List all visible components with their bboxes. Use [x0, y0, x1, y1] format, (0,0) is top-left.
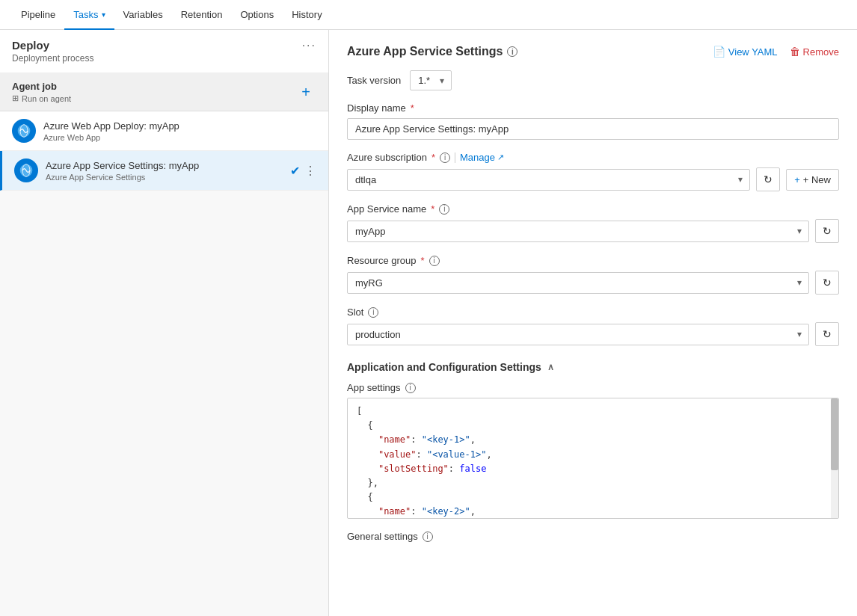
slot-info-icon[interactable]: i — [368, 307, 378, 318]
agent-job-title: Agent job — [12, 81, 71, 92]
resource-group-info-icon[interactable]: i — [429, 256, 440, 266]
resource-group-refresh-button[interactable]: ↻ — [815, 271, 839, 295]
slot-label: Slot i — [347, 307, 839, 318]
resource-group-required: * — [421, 255, 425, 266]
app-service-name-label: App Service name * i — [347, 203, 839, 215]
azure-subscription-group: Azure subscription * i Manage ↗ dtlqa ▾ — [347, 152, 839, 191]
deploy-menu-button[interactable]: ··· — [302, 39, 316, 52]
task1-title: Azure Web App Deploy: myApp — [43, 120, 316, 132]
task1-subtitle: Azure Web App — [43, 133, 316, 142]
slot-group: Slot i production ▾ ↻ — [347, 307, 839, 346]
panel-header: Azure App Service Settings i 📄 View YAML… — [347, 45, 839, 58]
resource-group-select-wrapper: myRG ▾ — [347, 272, 809, 294]
plus-icon: + — [794, 174, 800, 185]
azure-settings-icon-svg — [19, 163, 34, 178]
top-nav: Pipeline Tasks ▾ Variables Retention Opt… — [0, 0, 857, 30]
app-service-select[interactable]: myApp — [347, 221, 809, 242]
app-settings-info-icon[interactable]: i — [405, 383, 416, 393]
subscription-select-wrapper: dtlqa ▾ — [347, 169, 750, 191]
deploy-header: Deploy Deployment process ··· — [0, 30, 328, 73]
subscription-divider — [455, 153, 455, 163]
slot-select[interactable]: production — [347, 324, 809, 345]
general-settings-info-icon[interactable]: i — [423, 532, 433, 542]
resource-group-label: Resource group * i — [347, 255, 839, 266]
code-line-1: { — [357, 419, 829, 433]
subscription-refresh-button[interactable]: ↻ — [756, 167, 780, 191]
trash-icon: 🗑 — [790, 46, 800, 58]
nav-pipeline[interactable]: Pipeline — [12, 0, 64, 30]
panel-title-info-icon[interactable]: i — [507, 46, 517, 57]
app-settings-group: App settings i [ { "name": "<key-1>", "v… — [347, 382, 839, 519]
display-name-group: Display name * — [347, 102, 839, 140]
resource-group-select[interactable]: myRG — [347, 272, 809, 294]
external-link-icon: ↗ — [497, 153, 504, 162]
nav-retention[interactable]: Retention — [172, 0, 232, 30]
subscription-row: dtlqa ▾ ↻ + + New — [347, 167, 839, 191]
right-panel: Azure App Service Settings i 📄 View YAML… — [329, 30, 857, 616]
resource-group-group: Resource group * i myRG ▾ ↻ — [347, 255, 839, 295]
subscription-required: * — [431, 152, 435, 163]
display-name-input[interactable] — [347, 118, 839, 140]
azure-icon-svg — [16, 123, 31, 138]
agent-job-section: Agent job ⊞ Run on agent + — [0, 73, 328, 111]
nav-options[interactable]: Options — [231, 0, 283, 30]
code-line-3: "value": "<value-1>", — [357, 448, 829, 462]
resource-group-row: myRG ▾ ↻ — [347, 271, 839, 295]
slot-select-wrapper: production ▾ — [347, 324, 809, 345]
slot-refresh-button[interactable]: ↻ — [815, 322, 839, 346]
app-service-info-icon[interactable]: i — [439, 204, 449, 215]
display-name-required: * — [411, 102, 414, 114]
grid-icon: ⊞ — [12, 93, 19, 103]
app-config-section-header: Application and Configuration Settings ∧ — [347, 358, 839, 373]
view-yaml-button[interactable]: 📄 View YAML — [713, 46, 778, 58]
code-line-4: "slotSetting": false — [357, 462, 829, 476]
app-service-row: myApp ▾ ↻ — [347, 219, 839, 243]
tasks-dropdown-arrow: ▾ — [102, 0, 105, 30]
add-task-button[interactable]: + — [295, 82, 316, 102]
code-line-7: "name": "<key-2>", — [357, 505, 829, 518]
app-settings-label: App settings i — [347, 382, 839, 393]
panel-title: Azure App Service Settings i — [347, 45, 517, 58]
agent-job-subtitle: Run on agent — [22, 94, 71, 103]
code-editor-thumb[interactable] — [831, 398, 838, 470]
app-service-refresh-button[interactable]: ↻ — [815, 219, 839, 243]
manage-link[interactable]: Manage ↗ — [460, 152, 504, 163]
panel-actions: 📄 View YAML 🗑 Remove — [713, 46, 839, 58]
code-line-6: { — [357, 490, 829, 505]
general-settings-row: General settings i — [347, 531, 839, 542]
azure-web-app-icon — [12, 119, 36, 143]
code-editor-scrollbar[interactable] — [831, 398, 838, 518]
task2-check-icon: ✔ — [290, 164, 300, 178]
app-service-settings-icon — [14, 158, 38, 182]
deploy-title: Deploy — [12, 39, 93, 52]
deploy-subtitle: Deployment process — [12, 53, 93, 64]
collapse-icon[interactable]: ∧ — [547, 362, 554, 372]
app-service-select-wrapper: myApp ▾ — [347, 221, 809, 242]
task-item-app-service-settings[interactable]: Azure App Service Settings: myApp Azure … — [0, 151, 328, 191]
task2-menu-button[interactable]: ⋮ — [304, 164, 316, 178]
task-version-select[interactable]: 1.* — [410, 70, 452, 90]
nav-tasks[interactable]: Tasks ▾ — [64, 0, 114, 30]
subscription-select[interactable]: dtlqa — [347, 169, 750, 191]
app-settings-code-editor[interactable]: [ { "name": "<key-1>", "value": "<value-… — [347, 398, 839, 519]
slot-row: production ▾ ↻ — [347, 322, 839, 346]
task-version-row: Task version 1.* ▾ — [347, 70, 839, 90]
app-service-required: * — [431, 203, 434, 215]
app-service-name-group: App Service name * i myApp ▾ ↻ — [347, 203, 839, 243]
display-name-label: Display name * — [347, 102, 839, 114]
code-line-5: }, — [357, 476, 829, 490]
task-version-label: Task version — [347, 75, 401, 86]
subscription-info-icon[interactable]: i — [440, 153, 450, 163]
task-version-select-wrapper: 1.* ▾ — [410, 70, 452, 90]
nav-history[interactable]: History — [283, 0, 331, 30]
task2-subtitle: Azure App Service Settings — [46, 173, 283, 182]
task-item-azure-web-app[interactable]: Azure Web App Deploy: myApp Azure Web Ap… — [0, 111, 328, 151]
subscription-new-button[interactable]: + + New — [786, 169, 839, 191]
left-panel: Deploy Deployment process ··· Agent job … — [0, 30, 329, 616]
task2-title: Azure App Service Settings: myApp — [46, 160, 283, 171]
code-line-2: "name": "<key-1>", — [357, 433, 829, 447]
remove-button[interactable]: 🗑 Remove — [790, 46, 839, 58]
subscription-label-row: Azure subscription * i Manage ↗ — [347, 152, 839, 163]
general-settings-label: General settings — [347, 531, 418, 542]
nav-variables[interactable]: Variables — [114, 0, 172, 30]
